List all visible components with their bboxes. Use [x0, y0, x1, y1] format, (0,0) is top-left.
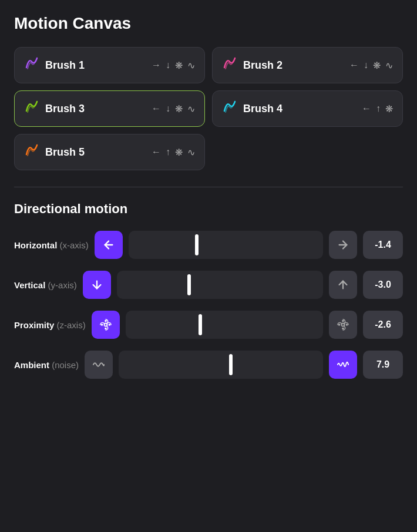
svg-point-12	[338, 324, 339, 325]
brush-card-2[interactable]: Brush 2 ← ↓ ❋ ∿	[212, 47, 403, 83]
proximity-out-button[interactable]	[329, 311, 357, 339]
ambient-row: Ambient (noise) 7.9	[14, 351, 403, 379]
horizontal-value: -1.4	[363, 231, 403, 259]
ambient-slider[interactable]	[119, 351, 323, 379]
brush-5-icon	[24, 143, 39, 161]
vertical-up-button[interactable]	[329, 271, 357, 299]
brush-grid-top: Brush 1 → ↓ ❋ ∿ Brush 2 ← ↓ ❋ ∿	[14, 47, 403, 127]
brush-card-4[interactable]: Brush 4 ← ↑ ❋	[212, 90, 403, 127]
brush-3-icon	[24, 99, 39, 118]
svg-point-10	[342, 320, 344, 321]
brush-card-5[interactable]: Brush 5 ← ↑ ❋ ∿	[14, 134, 205, 170]
horizontal-right-button[interactable]	[329, 231, 357, 259]
proximity-value: -2.6	[363, 311, 403, 339]
proximity-row: Proximity (z-axis) -2	[14, 311, 403, 339]
brush-1-icon	[24, 56, 39, 75]
brush-card-1[interactable]: Brush 1 → ↓ ❋ ∿	[14, 47, 205, 83]
svg-point-5	[105, 320, 106, 321]
brush-grid-bottom: Brush 5 ← ↑ ❋ ∿	[14, 134, 403, 170]
vertical-row: Vertical (y-axis) -3.0	[14, 271, 403, 299]
brush-2-icon	[222, 56, 237, 75]
ambient-label: Ambient (noise)	[14, 360, 79, 370]
brush-5-name: Brush 5	[45, 146, 85, 159]
proximity-in-button[interactable]	[92, 311, 120, 339]
horizontal-row: Horizontal (x-axis) -1.4	[14, 231, 403, 259]
brush-card-3[interactable]: Brush 3 ← ↓ ❋ ∿	[14, 90, 205, 127]
brush-4-icon	[222, 99, 237, 118]
app-title: Motion Canvas	[14, 14, 403, 33]
svg-point-8	[109, 324, 110, 325]
brush-4-name: Brush 4	[243, 103, 283, 115]
vertical-down-button[interactable]	[83, 271, 111, 299]
brush-1-controls: → ↓ ❋ ∿	[152, 60, 195, 71]
directional-motion-title: Directional motion	[14, 201, 403, 217]
brush-3-controls: ← ↓ ❋ ∿	[152, 103, 195, 115]
svg-point-13	[346, 324, 347, 325]
ambient-thumb	[229, 354, 233, 375]
ambient-value: 7.9	[363, 351, 403, 379]
horizontal-thumb	[195, 234, 199, 255]
brush-1-name: Brush 1	[45, 59, 85, 72]
vertical-slider[interactable]	[117, 271, 323, 299]
vertical-value: -3.0	[363, 271, 403, 299]
svg-point-7	[101, 324, 102, 325]
brush-2-controls: ← ↓ ❋ ∿	[349, 60, 393, 71]
ambient-noise-button[interactable]	[329, 351, 357, 379]
proximity-thumb	[199, 314, 202, 335]
ambient-wave-button[interactable]	[85, 351, 113, 379]
proximity-label: Proximity (z-axis)	[14, 320, 86, 330]
vertical-label: Vertical (y-axis)	[14, 280, 77, 290]
horizontal-label: Horizontal (x-axis)	[14, 240, 89, 250]
horizontal-left-button[interactable]	[95, 231, 123, 259]
horizontal-slider[interactable]	[129, 231, 323, 259]
brush-4-controls: ← ↑ ❋	[362, 103, 393, 115]
brush-5-controls: ← ↑ ❋ ∿	[152, 147, 195, 158]
brush-2-name: Brush 2	[243, 59, 283, 72]
brush-3-name: Brush 3	[45, 103, 85, 115]
section-divider	[14, 187, 403, 187]
proximity-slider[interactable]	[126, 311, 323, 339]
vertical-thumb	[187, 274, 191, 295]
svg-point-11	[342, 328, 344, 329]
svg-point-6	[105, 328, 106, 329]
